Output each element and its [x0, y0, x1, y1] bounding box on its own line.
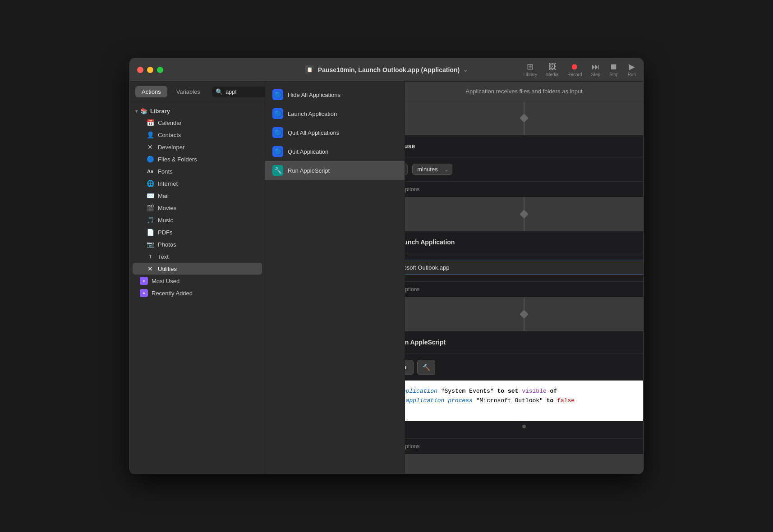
library-button[interactable]: ⊞ Library [523, 63, 537, 77]
stop-button[interactable]: ⏹ Stop [609, 63, 619, 77]
action-quit-all-apps[interactable]: 🔵 Quit All Applications [265, 123, 405, 142]
sidebar-item-internet[interactable]: 🌐 Internet [133, 178, 262, 189]
most-used-label: Most Used [152, 278, 179, 284]
script-false-keyword: false [557, 397, 575, 404]
text-label: Text [158, 253, 169, 260]
pdfs-label: PDFs [158, 229, 173, 236]
contacts-label: Contacts [158, 132, 181, 138]
connector-line-mid1b [524, 217, 525, 231]
pause-duration-input[interactable] [405, 164, 408, 175]
sidebar-item-calendar[interactable]: 📅 Calendar [133, 117, 262, 128]
connector-mid1 [521, 197, 527, 231]
sidebar-item-pdfs[interactable]: 📄 PDFs [133, 226, 262, 238]
launch-app-card-title: Launch Application [405, 238, 643, 246]
quit-app-label: Quit Application [288, 148, 328, 155]
music-icon: 🎵 [146, 216, 154, 224]
canvas-scroll[interactable]: ▾ ⏸ Pause ✕ for minutes seconds [405, 101, 643, 474]
contacts-icon: 👤 [146, 131, 154, 139]
sidebar-item-mail[interactable]: ✉️ Mail [133, 190, 262, 202]
sidebar-tabs: Actions Variables 🔍 ✕ [130, 82, 265, 102]
recently-added-label: Recently Added [152, 290, 193, 297]
launch-app-icon: 🔵 [272, 108, 283, 119]
app-selector[interactable]: 📧 Microsoft Outlook.app ⌄ [405, 260, 643, 275]
utilities-label: Utilities [158, 266, 177, 272]
pause-options-tab[interactable]: Options [405, 186, 419, 193]
pause-unit-select[interactable]: minutes seconds hours [412, 164, 452, 175]
mail-label: Mail [158, 193, 169, 199]
app-selector-label: Microsoft Outlook.app [405, 264, 643, 271]
maximize-button[interactable] [157, 67, 163, 73]
sidebar-item-most-used[interactable]: ✦ Most Used [133, 275, 262, 287]
run-button[interactable]: ▶ Run [628, 63, 636, 77]
script-system-events-string: "System Events" [441, 388, 494, 394]
connector-line-top2 [524, 121, 525, 135]
sidebar-item-fonts[interactable]: Aa Fonts [133, 165, 262, 177]
record-icon: ⏺ [571, 63, 579, 71]
internet-icon: 🌐 [146, 179, 154, 188]
sidebar-item-photos[interactable]: 📷 Photos [133, 238, 262, 250]
window-title-area: 📋 Pause10min, Launch Outlook.app (Applic… [305, 65, 468, 74]
main-layout: Actions Variables 🔍 ✕ ▾ 📚 Library 📅 Cale… [130, 82, 643, 474]
library-section-header[interactable]: ▾ 📚 Library [130, 106, 265, 116]
sidebar-item-text[interactable]: T Text [133, 251, 262, 262]
library-section-label: Library [150, 108, 170, 115]
connector-diamond-mid1 [520, 210, 529, 219]
record-button[interactable]: ⏺ Record [567, 63, 582, 77]
launch-app-card-footer: Results Options [405, 281, 643, 297]
window-icon: 📋 [305, 65, 314, 74]
sidebar-item-movies[interactable]: 🎬 Movies [133, 202, 262, 214]
script-editor[interactable]: tell application "System Events" to set … [405, 381, 643, 421]
action-run-applescript[interactable]: 🔧 Run AppleScript [265, 161, 405, 180]
action-hide-all-apps[interactable]: 🔵 Hide All Applications [265, 85, 405, 104]
recently-added-icon: ✦ [140, 289, 148, 297]
script-stop-button[interactable]: ■ [405, 360, 414, 375]
minimize-button[interactable] [147, 67, 153, 73]
connector-diamond-mid2 [520, 310, 529, 319]
action-list: 🔵 Hide All Applications 🔵 Launch Applica… [265, 82, 405, 474]
sidebar-item-music[interactable]: 🎵 Music [133, 214, 262, 226]
script-to-keyword: to [547, 397, 554, 404]
step-button[interactable]: ⏭ Step [591, 63, 600, 77]
toolbar-right: ⊞ Library 🖼 Media ⏺ Record ⏭ Step ⏹ Stop… [523, 63, 636, 77]
connector-line-top [524, 101, 525, 115]
close-button[interactable] [137, 67, 143, 73]
tab-actions[interactable]: Actions [135, 86, 167, 97]
quit-all-apps-icon: 🔵 [272, 127, 283, 138]
hide-all-apps-icon: 🔵 [272, 89, 283, 100]
sidebar-item-developer[interactable]: ✕ Developer [133, 141, 262, 153]
tab-variables[interactable]: Variables [170, 86, 207, 97]
hide-all-apps-label: Hide All Applications [288, 92, 340, 98]
search-icon: 🔍 [216, 88, 223, 95]
pause-card-header: ▾ ⏸ Pause ✕ [405, 135, 643, 157]
launch-app-options-tab[interactable]: Options [405, 286, 419, 293]
media-icon: 🖼 [548, 63, 557, 71]
files-folders-icon: 🔵 [146, 155, 154, 163]
action-quit-app[interactable]: 🔵 Quit Application [265, 142, 405, 161]
applescript-options-tab[interactable]: Options [405, 443, 419, 449]
pause-card-footer: Results Options [405, 181, 643, 197]
script-visible-keyword: visible [522, 388, 547, 394]
title-chevron-icon[interactable]: ⌄ [463, 67, 468, 73]
connector-mid2 [521, 298, 527, 331]
script-application-keyword: application [405, 388, 437, 394]
run-applescript-icon: 🔧 [272, 165, 283, 176]
photos-icon: 📷 [146, 240, 154, 248]
quit-all-apps-label: Quit All Applications [288, 129, 339, 136]
applescript-card-footer: Results Options [405, 438, 643, 454]
applescript-card: ▾ 🔧 Run AppleScript ✕ ▶ ■ 🔨 tell applica… [405, 331, 643, 454]
launch-app-label: Launch Application [288, 110, 337, 117]
script-compile-button[interactable]: 🔨 [417, 360, 435, 375]
developer-label: Developer [158, 144, 184, 151]
text-icon: T [146, 252, 154, 261]
media-button[interactable]: 🖼 Media [546, 63, 558, 77]
applescript-card-title: Run AppleScript [405, 339, 643, 346]
script-toolbar: ▶ ■ 🔨 [405, 360, 643, 375]
sidebar-item-contacts[interactable]: 👤 Contacts [133, 129, 262, 141]
sidebar-item-files-folders[interactable]: 🔵 Files & Folders [133, 153, 262, 165]
sidebar: Actions Variables 🔍 ✕ ▾ 📚 Library 📅 Cale… [130, 82, 265, 474]
pause-card-body: for minutes seconds hours [405, 157, 643, 181]
sidebar-item-recently-added[interactable]: ✦ Recently Added [133, 287, 262, 299]
sidebar-item-utilities[interactable]: ✕ Utilities [133, 263, 262, 275]
action-launch-app[interactable]: 🔵 Launch Application [265, 104, 405, 123]
script-app-process-keyword: application process [406, 397, 473, 404]
